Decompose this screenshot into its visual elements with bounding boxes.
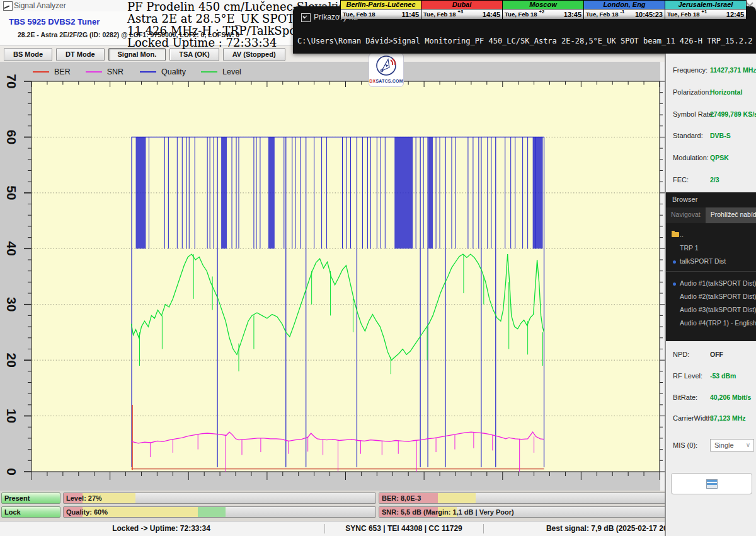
mis-value: Single [714, 441, 734, 449]
row-label: CarrierWidth: [673, 414, 714, 422]
clock-city: Moscow [503, 1, 583, 9]
browser-item-label: TRP 1 [680, 244, 699, 252]
statusbar-uptime: Locked -> Uptime: 72:33:34 [0, 524, 323, 533]
mode-button-av-stopped-[interactable]: AV (Stopped) [223, 48, 285, 61]
clock-day: Tue, Feb 18 [423, 11, 456, 18]
row-value: 2/3 [710, 176, 719, 184]
snr-bar-label: SNR: 5,5 dB (Margin: 1,1 dB | Very Poor) [382, 508, 514, 516]
level-bar: Level: 27% [63, 492, 376, 504]
lock-indicator: Lock [1, 506, 60, 518]
legend-swatch [86, 71, 102, 73]
snr-bar: SNR: 5,5 dB (Margin: 1,1 dB | Very Poor) [379, 506, 690, 518]
row-label: Polarization: [673, 88, 711, 96]
browser-item[interactable]: TRP 1 [666, 242, 756, 255]
clock-time: 13:45 [564, 11, 581, 18]
row-value: Horizontal [710, 88, 742, 96]
svg-text:10: 10 [4, 409, 19, 423]
service-dot-icon [673, 260, 676, 264]
bar-segment [198, 507, 226, 517]
svg-text:40: 40 [4, 242, 19, 256]
clock-dubai: DubaiTue, Feb 18+314:45 [421, 0, 503, 19]
dxsatcs-logo: DXSATCS.COM [369, 53, 404, 87]
row-value: QPSK [710, 154, 729, 161]
clock-utc-offset: +3 [458, 9, 464, 15]
clock-utc-offset: +1 [702, 9, 707, 15]
statusbar-sync-counters: SYNC 653 | TEI 44308 | CC 11729 [325, 524, 483, 533]
mode-button-bs-mode[interactable]: BS Mode [4, 48, 52, 61]
browser-item-label: .. [680, 231, 684, 238]
clock-moscow: MoscowTue, Feb 18+213:45 [503, 0, 584, 19]
clock-london-eng: London, EngTue, Feb 18-110:45:23 [584, 0, 665, 19]
browser-title: Browser [672, 195, 697, 203]
legend-item-ber: BER [33, 67, 71, 76]
browser-item-label: Audio #2(talkSPORT Dist) - AAC [680, 293, 756, 300]
clock-day: Tue, Feb 18 [667, 11, 700, 18]
browser-item-label: Audio #1(talkSPORT Dist) - AAC [680, 279, 756, 287]
chevron-down-icon[interactable] [747, 1, 753, 6]
browser-audio-item[interactable]: Audio #3(talkSPORT Dist) - AAC [666, 304, 756, 317]
level-bar-label: Level: 27% [66, 494, 102, 502]
clock-city: London, Eng [584, 1, 665, 9]
tuner-info-panel: Frequency:11427,371 MHzPolarization:Hori… [665, 54, 756, 536]
browser-tab-prohl-e-nab-dky[interactable]: Prohlížeč nabídky [706, 207, 756, 223]
row-label: NPD: [673, 351, 689, 358]
browser-audio-item[interactable]: Audio #1(talkSPORT Dist) - AAC [666, 277, 756, 290]
ber-bar-label: BER: 8,0E-3 [382, 494, 421, 502]
list-icon [706, 479, 718, 489]
browser-tab-navigovat[interactable]: Navigovat [666, 207, 706, 223]
clock-time: 10:45:23 [635, 11, 663, 18]
browser-item-label: Audio #4(TRP 1) - English, AAC( [680, 319, 756, 327]
clock-time-row: Tue, Feb 18+112:45 [665, 9, 746, 19]
command-line[interactable]: C:\Users\Roman Dávid>Signal Monitoring_P… [297, 37, 752, 45]
signal-chart-widget: BERSNRQualityLevel 010203040506070 [0, 62, 665, 491]
row-label: Symbol Rate: [673, 110, 714, 118]
divider [666, 271, 756, 272]
legend-swatch [201, 71, 217, 73]
ber-bar: BER: 8,0E-3 [379, 492, 690, 504]
clock-day: Tue, Feb 18 [343, 11, 375, 18]
browser-item-label: Audio #3(talkSPORT Dist) - AAC [680, 306, 756, 313]
clock-time-row: Tue, Feb 18-110:45:23 [584, 9, 665, 19]
row-value: OFF [710, 351, 723, 358]
legend-label: BER [54, 67, 71, 76]
clock-time-row: Tue, Feb 18+314:45 [421, 9, 502, 19]
chevron-down-icon: ∨ [746, 440, 750, 451]
clock-time-row: Tue, Feb 1811:45 [341, 9, 421, 19]
mis-dropdown[interactable]: Single∨ [710, 439, 754, 452]
legend-item-snr: SNR [86, 67, 123, 76]
world-clocks: Berlin-Paris-LučenecTue, Feb 1811:45Duba… [340, 0, 747, 19]
row-value: 40,206 Mbit/s [710, 393, 751, 401]
browser-panel: Browser NavigovatProhlížeč nabídkyN ..TR… [666, 192, 756, 341]
bar-segment [438, 493, 475, 503]
legend-label: Quality [161, 67, 186, 76]
mode-button-tsa-ok-[interactable]: TSA (OK) [169, 48, 219, 61]
browser-audio-item[interactable]: Audio #2(talkSPORT Dist) - AAC [666, 291, 756, 303]
mode-button-signal-mon-[interactable]: Signal Mon. [108, 48, 166, 61]
present-indicator: Present [1, 492, 60, 504]
browser-tabs: NavigovatProhlížeč nabídkyN [666, 207, 756, 223]
legend-item-quality: Quality [140, 67, 186, 76]
legend-label: Level [222, 67, 241, 76]
clock-time: 11:45 [401, 11, 419, 18]
app-title: Signal Analyzer [14, 1, 66, 10]
mis-label: MIS (0): [673, 441, 697, 449]
command-prompt-icon [301, 13, 311, 22]
panel-action-button[interactable] [671, 473, 752, 494]
browser-item[interactable]: .. [666, 229, 756, 242]
svg-text:50: 50 [4, 185, 19, 200]
quality-bar-label: Quality: 60% [66, 508, 108, 516]
clock-time: 14:45 [483, 11, 500, 18]
row-label: BitRate: [673, 393, 697, 401]
svg-text:20: 20 [4, 352, 19, 367]
mode-button-dt-mode[interactable]: DT Mode [56, 48, 104, 61]
browser-item-label: talkSPORT Dist [680, 257, 726, 265]
browser-item[interactable]: talkSPORT Dist [666, 255, 756, 268]
svg-text:60: 60 [4, 130, 19, 144]
row-label: FEC: [673, 176, 689, 184]
browser-audio-item[interactable]: Audio #4(TRP 1) - English, AAC( [666, 317, 756, 330]
row-label: RF Level: [673, 372, 702, 380]
clock-day: Tue, Feb 18 [586, 11, 619, 18]
legend-item-level: Level [201, 67, 241, 76]
clock-time-row: Tue, Feb 18+213:45 [503, 9, 583, 19]
clock-day: Tue, Feb 18 [505, 11, 537, 18]
